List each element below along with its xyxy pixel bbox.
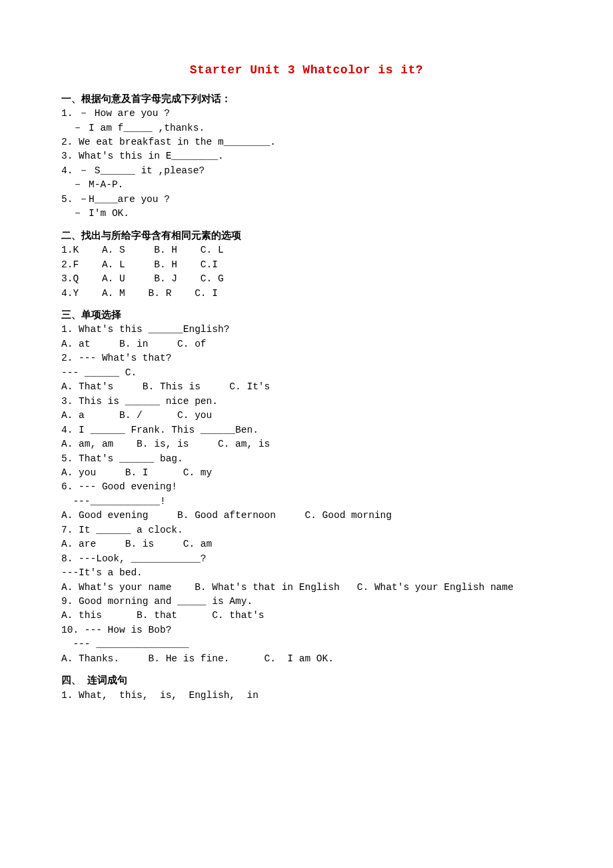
- s3-q2: 2. --- What's that?: [61, 351, 552, 365]
- worksheet-page: Starter Unit 3 Whatcolor is it? 一、根据句意及首…: [0, 0, 613, 868]
- section-1-heading: 一、根据句意及首字母完成下列对话：: [61, 93, 552, 107]
- s2-q4: 4.Y A. M B. R C. I: [61, 287, 552, 301]
- s3-q5-options: A. you B. I C. my: [61, 466, 552, 480]
- s3-q10-line2: --- ________________: [61, 637, 552, 651]
- section-3: 三、单项选择 1. What's this ______English? A. …: [61, 309, 552, 666]
- s3-q4-options: A. am, am B. is, is C. am, is: [61, 437, 552, 451]
- s3-q10-options: A. Thanks. B. He is fine. C. I am OK.: [61, 652, 552, 666]
- s3-q3: 3. This is ______ nice pen.: [61, 395, 552, 409]
- s1-q4-line2: － M-A-P.: [61, 178, 552, 192]
- s3-q4: 4. I ______ Frank. This ______Ben.: [61, 423, 552, 437]
- section-4-heading: 四、 连词成句: [61, 674, 552, 688]
- page-title: Starter Unit 3 Whatcolor is it?: [61, 61, 552, 79]
- s3-q7: 7. It ______ a clock.: [61, 523, 552, 537]
- s3-q9-options: A. this B. that C. that's: [61, 609, 552, 623]
- s3-q1: 1. What's this ______English?: [61, 323, 552, 337]
- s1-q2: 2. We eat breakfast in the m________.: [61, 135, 552, 149]
- s3-q10: 10. --- How is Bob?: [61, 623, 552, 637]
- s3-q6: 6. --- Good evening!: [61, 480, 552, 494]
- s3-q7-options: A. are B. is C. am: [61, 537, 552, 551]
- s3-q6-options: A. Good evening B. Good afternoon C. Goo…: [61, 509, 552, 523]
- s2-q2: 2.F A. L B. H C.I: [61, 258, 552, 272]
- s3-q3-options: A. a B. / C. you: [61, 409, 552, 423]
- s1-q3: 3. What's this in E________.: [61, 149, 552, 163]
- s1-q4-line1: 4. － S______ it ,please?: [61, 164, 552, 178]
- s3-q2-options: A. That's B. This is C. It's: [61, 380, 552, 394]
- s1-q1-line1: 1. － How are you ?: [61, 107, 552, 121]
- section-1: 一、根据句意及首字母完成下列对话： 1. － How are you ? － I…: [61, 93, 552, 221]
- s4-q1: 1. What, this, is, English, in: [61, 689, 552, 703]
- s3-q9: 9. Good morning and _____ is Amy.: [61, 595, 552, 609]
- section-4: 四、 连词成句 1. What, this, is, English, in: [61, 674, 552, 703]
- section-2-heading: 二、找出与所给字母含有相同元素的选项: [61, 229, 552, 243]
- s2-q1: 1.K A. S B. H C. L: [61, 243, 552, 257]
- s3-q1-options: A. at B. in C. of: [61, 337, 552, 351]
- section-2: 二、找出与所给字母含有相同元素的选项 1.K A. S B. H C. L 2.…: [61, 229, 552, 301]
- s1-q1-line2: － I am f_____ ,thanks.: [61, 121, 552, 135]
- section-3-heading: 三、单项选择: [61, 309, 552, 323]
- s3-q8: 8. ---Look, ____________?: [61, 552, 552, 566]
- s3-q8-line2: ---It's a bed.: [61, 566, 552, 580]
- s1-q5-line1: 5. －H____are you ?: [61, 193, 552, 207]
- s3-q8-options: A. What's your name B. What's that in En…: [61, 581, 552, 595]
- s3-q6-line2: ---____________!: [61, 495, 552, 509]
- s3-q5: 5. That's ______ bag.: [61, 452, 552, 466]
- s3-q2-line2: --- ______ C.: [61, 366, 552, 380]
- s2-q3: 3.Q A. U B. J C. G: [61, 272, 552, 286]
- s1-q5-line2: － I'm OK.: [61, 207, 552, 221]
